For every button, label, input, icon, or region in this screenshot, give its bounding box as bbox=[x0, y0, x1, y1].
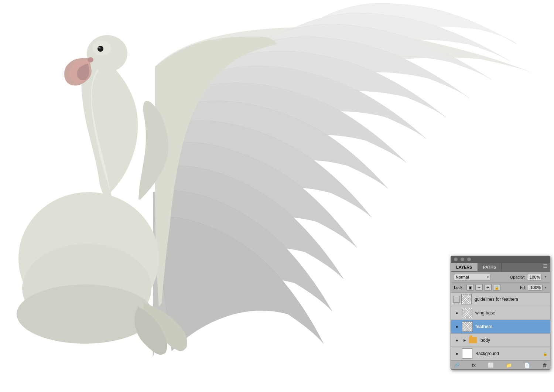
visibility-guidelines[interactable] bbox=[453, 296, 460, 303]
panel-tabs: LAYERS PATHS ☰ bbox=[451, 263, 550, 272]
lock-label: Lock: bbox=[454, 285, 464, 290]
layer-name-body: body bbox=[481, 338, 548, 343]
lock-image-btn[interactable]: ✏ bbox=[475, 284, 483, 291]
lock-pixels-btn[interactable]: ▣ bbox=[466, 284, 474, 291]
visibility-feathers[interactable] bbox=[453, 323, 461, 330]
tab-paths[interactable]: PATHS bbox=[478, 263, 502, 271]
new-layer-btn[interactable]: 📄 bbox=[524, 362, 530, 368]
layer-body[interactable]: ▶ body bbox=[451, 334, 550, 347]
opacity-label: Opacity: bbox=[510, 275, 525, 279]
fill-arrow: ▼ bbox=[544, 286, 547, 289]
layer-mask-btn[interactable]: ⬜ bbox=[488, 362, 494, 368]
titlebar-minimize[interactable] bbox=[461, 258, 464, 261]
lock-icon-background: 🔒 bbox=[543, 351, 548, 356]
lock-row: Lock: ▣ ✏ ✛ 🔒 Fill: 100% ▼ bbox=[451, 283, 550, 293]
visibility-body[interactable] bbox=[453, 337, 461, 344]
folder-expand-arrow[interactable]: ▶ bbox=[462, 338, 467, 343]
opacity-input[interactable]: 100% bbox=[527, 274, 542, 280]
blend-mode-wrapper: Normal Multiply Screen Overlay bbox=[454, 273, 491, 280]
blend-mode-select[interactable]: Normal Multiply Screen Overlay bbox=[454, 274, 491, 280]
fill-label: Fill: bbox=[520, 285, 526, 290]
svg-point-9 bbox=[17, 284, 153, 344]
delete-layer-btn[interactable]: 🗑 bbox=[542, 362, 547, 368]
opacity-arrow: ▼ bbox=[544, 275, 547, 279]
visibility-background[interactable] bbox=[453, 350, 461, 357]
layer-feathers[interactable]: feathers bbox=[451, 320, 550, 334]
thumb-background bbox=[462, 348, 472, 359]
thumb-wing-base bbox=[462, 308, 472, 318]
layer-style-btn[interactable]: fx bbox=[472, 362, 476, 368]
thumb-guidelines bbox=[461, 294, 472, 304]
folder-icon bbox=[469, 337, 477, 343]
layer-name-wing-base: wing base bbox=[475, 310, 548, 316]
layer-background[interactable]: Background 🔒 bbox=[451, 347, 550, 361]
layer-name-background: Background bbox=[475, 351, 541, 356]
lock-position-btn[interactable]: ✛ bbox=[484, 284, 492, 291]
layer-name-guidelines: guidelines for feathers bbox=[475, 297, 548, 302]
layers-panel: LAYERS PATHS ☰ Normal Multiply Screen Ov… bbox=[451, 256, 550, 370]
titlebar-maximize[interactable] bbox=[467, 258, 471, 261]
panel-menu-button[interactable]: ☰ bbox=[541, 263, 550, 271]
svg-point-7 bbox=[99, 47, 100, 48]
fill-input[interactable]: 100% bbox=[528, 284, 543, 291]
link-layers-btn[interactable]: 🔗 bbox=[454, 362, 460, 368]
thumb-feathers bbox=[462, 321, 472, 332]
lock-all-btn[interactable]: 🔒 bbox=[493, 284, 500, 291]
panel-titlebar bbox=[451, 256, 550, 263]
layer-guidelines[interactable]: guidelines for feathers bbox=[451, 293, 550, 306]
blend-opacity-row: Normal Multiply Screen Overlay Opacity: … bbox=[451, 272, 550, 283]
panel-bottom-bar: 🔗 fx ⬜ 📁 📄 🗑 bbox=[451, 361, 550, 369]
titlebar-close[interactable] bbox=[454, 258, 458, 261]
layer-wing-base[interactable]: wing base bbox=[451, 306, 550, 320]
visibility-wing-base[interactable] bbox=[453, 309, 461, 317]
svg-point-4 bbox=[88, 57, 93, 62]
new-group-btn[interactable]: 📁 bbox=[506, 362, 512, 368]
layer-name-feathers: feathers bbox=[475, 324, 548, 329]
tab-layers[interactable]: LAYERS bbox=[451, 263, 478, 271]
